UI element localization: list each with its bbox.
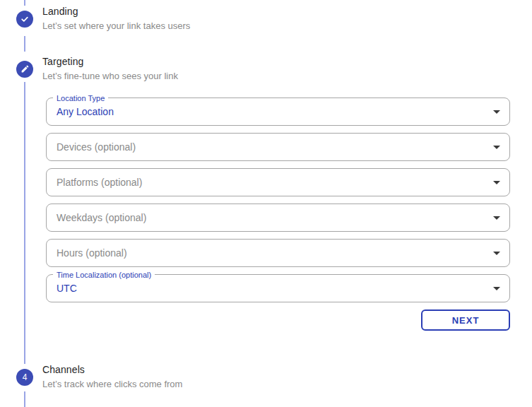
chevron-down-icon: [493, 287, 500, 290]
stepper-connector-bottom: [24, 391, 25, 407]
step-landing[interactable]: Landing Let’s set where your link takes …: [0, 6, 532, 32]
next-button[interactable]: NEXT: [421, 309, 510, 331]
platforms-placeholder: Platforms (optional): [57, 177, 142, 188]
time-localization-label: Time Localization (optional): [53, 270, 155, 280]
chevron-down-icon: [493, 252, 500, 255]
chevron-down-icon: [493, 146, 500, 149]
platforms-select[interactable]: Platforms (optional): [46, 168, 510, 196]
step-targeting-title: Targeting: [42, 56, 178, 68]
step-channels[interactable]: 4 Channels Let’s track where clicks come…: [0, 364, 532, 390]
step-channels-text: Channels Let’s track where clicks come f…: [42, 364, 182, 390]
devices-placeholder: Devices (optional): [57, 141, 136, 153]
stepper-connector-top: [24, 0, 25, 6]
stepper-connector-active: [24, 82, 25, 364]
stepper-connector: [24, 36, 25, 52]
link-setup-wizard: Landing Let’s set where your link takes …: [0, 0, 532, 407]
hours-select[interactable]: Hours (optional): [46, 239, 510, 267]
targeting-step-body: Location Type Any Location Devices (opti…: [0, 82, 532, 364]
step-channels-description: Let’s track where clicks come from: [42, 379, 182, 390]
location-type-select[interactable]: Location Type Any Location: [46, 98, 510, 126]
location-type-label: Location Type: [53, 93, 108, 103]
step-landing-description: Let’s set where your link takes users: [42, 20, 190, 32]
devices-select[interactable]: Devices (optional): [46, 133, 510, 161]
time-localization-select[interactable]: Time Localization (optional) UTC: [46, 274, 510, 302]
check-icon: [16, 11, 33, 28]
time-localization-value: UTC: [57, 283, 77, 294]
step-channels-number: 4: [23, 373, 28, 382]
chevron-down-icon: [493, 181, 500, 184]
step-landing-title: Landing: [42, 6, 190, 18]
step-number-icon: 4: [16, 369, 33, 386]
pencil-icon: [16, 61, 33, 78]
weekdays-placeholder: Weekdays (optional): [57, 212, 146, 223]
step-targeting[interactable]: Targeting Let’s fine-tune who sees your …: [0, 56, 532, 82]
location-type-value: Any Location: [57, 106, 114, 117]
step-targeting-text: Targeting Let’s fine-tune who sees your …: [42, 56, 178, 82]
step-targeting-description: Let’s fine-tune who sees your link: [42, 71, 178, 82]
step-landing-text: Landing Let’s set where your link takes …: [42, 6, 190, 32]
chevron-down-icon: [493, 216, 500, 220]
hours-placeholder: Hours (optional): [57, 247, 127, 259]
form-actions: NEXT: [46, 309, 510, 331]
chevron-down-icon: [493, 110, 500, 114]
targeting-form: Location Type Any Location Devices (opti…: [46, 98, 510, 331]
weekdays-select[interactable]: Weekdays (optional): [46, 204, 510, 232]
step-channels-title: Channels: [42, 364, 182, 376]
